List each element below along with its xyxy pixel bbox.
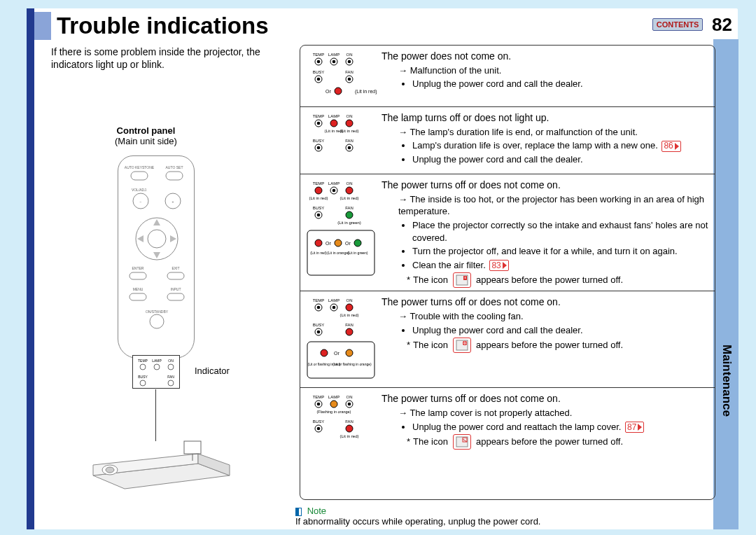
svg-point-87 bbox=[317, 214, 321, 217]
svg-text:(Lit in red): (Lit in red) bbox=[340, 196, 358, 200]
note-label: Note bbox=[307, 506, 326, 516]
svg-text:ON: ON bbox=[346, 395, 353, 399]
trouble-row: TEMP LAMP ON (Flashing in orange) BUSY F… bbox=[300, 387, 715, 466]
page-link-87[interactable]: 87 bbox=[625, 422, 644, 433]
svg-text:LAMP: LAMP bbox=[328, 181, 340, 186]
svg-marker-11 bbox=[153, 219, 160, 225]
svg-text:BUSY: BUSY bbox=[313, 419, 324, 424]
svg-text:FAN: FAN bbox=[345, 323, 354, 327]
svg-text:FAN: FAN bbox=[345, 206, 354, 210]
svg-point-28 bbox=[140, 364, 146, 370]
svg-point-58 bbox=[335, 88, 342, 95]
trouble-action: Clean the air filter. 83 bbox=[412, 259, 709, 272]
svg-text:Or: Or bbox=[326, 89, 331, 94]
svg-point-10 bbox=[148, 230, 166, 248]
svg-point-113 bbox=[317, 331, 321, 334]
svg-text:AUTO KEYSTONE: AUTO KEYSTONE bbox=[125, 165, 155, 169]
trouble-cause: Malfunction of the unit. bbox=[382, 64, 709, 77]
trouble-title: The power turns off or does not come on. bbox=[382, 179, 709, 192]
svg-rect-17 bbox=[130, 272, 146, 279]
svg-text:FAN: FAN bbox=[345, 139, 354, 143]
trouble-action: Unplug the power cord and call the deale… bbox=[412, 78, 709, 90]
icon-note: The icon appears before the power turned… bbox=[382, 272, 709, 288]
svg-text:(Lit in red): (Lit in red) bbox=[310, 251, 327, 255]
temp-warning-icon bbox=[453, 272, 471, 288]
contents-button[interactable]: CONTENTS bbox=[652, 18, 703, 31]
svg-point-107 bbox=[332, 306, 336, 310]
trouble-title: The power turns off or does not come on. bbox=[382, 392, 709, 405]
trouble-action: Turn the projector off, and leave it for… bbox=[412, 245, 709, 258]
svg-text:EXIT: EXIT bbox=[172, 266, 179, 270]
control-panel-label: Control panel (Main unit side) bbox=[115, 125, 177, 146]
icon-note: The icon appears before the power turned… bbox=[382, 434, 709, 450]
svg-rect-21 bbox=[130, 293, 146, 300]
projector-diagram bbox=[86, 437, 233, 493]
svg-text:(Flashing in orange): (Flashing in orange) bbox=[317, 410, 351, 414]
svg-text:ON: ON bbox=[168, 359, 174, 363]
svg-text:TEMP: TEMP bbox=[313, 53, 325, 57]
trouble-action: Unplug the power cord and reattach the l… bbox=[412, 421, 709, 433]
svg-point-130 bbox=[348, 403, 351, 406]
svg-text:TEMP: TEMP bbox=[313, 114, 325, 118]
title-bar: Trouble indications bbox=[34, 12, 269, 40]
svg-text:(Lit or flashing in orange): (Lit or flashing in orange) bbox=[332, 362, 372, 366]
svg-text:AUTO SET: AUTO SET bbox=[166, 165, 183, 169]
svg-text:TEMP: TEMP bbox=[138, 359, 148, 363]
svg-text:LAMP: LAMP bbox=[328, 395, 340, 399]
svg-point-91 bbox=[315, 239, 322, 246]
svg-point-135 bbox=[317, 427, 321, 431]
svg-rect-115 bbox=[307, 342, 374, 378]
svg-text:LAMP: LAMP bbox=[152, 359, 162, 363]
page-title: Trouble indications bbox=[57, 13, 269, 39]
svg-text:(Lit in red): (Lit in red) bbox=[340, 313, 358, 317]
left-stripe bbox=[27, 8, 34, 529]
trouble-cause: The lamp's duration life is end, or malf… bbox=[382, 126, 709, 139]
svg-text:(Lit in green): (Lit in green) bbox=[347, 251, 368, 255]
svg-text:ON/STANDBY: ON/STANDBY bbox=[146, 310, 169, 314]
svg-text:Or: Or bbox=[326, 241, 331, 246]
svg-point-118 bbox=[346, 349, 353, 356]
svg-point-95 bbox=[354, 239, 361, 246]
svg-marker-12 bbox=[153, 252, 160, 258]
trouble-title: The lamp turns off or does not light up. bbox=[382, 111, 709, 125]
trouble-title: The power does not come on. bbox=[382, 50, 709, 63]
trouble-description: The power does not come on. Malfunction … bbox=[379, 48, 709, 104]
trouble-description: The lamp turns off or does not light up.… bbox=[379, 110, 709, 171]
svg-point-74 bbox=[348, 146, 351, 150]
svg-point-93 bbox=[335, 239, 342, 246]
page-link-83[interactable]: 83 bbox=[489, 260, 508, 271]
svg-marker-13 bbox=[137, 235, 144, 242]
svg-text:BUSY: BUSY bbox=[313, 323, 324, 327]
svg-point-34 bbox=[168, 380, 174, 386]
trouble-row: TEMP LAMP ON BUSY FAN Or (Lit in red) Th… bbox=[300, 46, 715, 106]
svg-text:ON: ON bbox=[346, 298, 353, 303]
svg-point-64 bbox=[317, 122, 321, 125]
svg-rect-40 bbox=[184, 441, 201, 454]
trouble-action: Lamp's duration life is over, replace th… bbox=[412, 139, 709, 152]
svg-point-54 bbox=[317, 78, 321, 81]
svg-text:(Lit in red): (Lit in red) bbox=[309, 196, 328, 200]
svg-point-105 bbox=[317, 306, 321, 310]
svg-point-88 bbox=[346, 211, 353, 218]
svg-text:FAN: FAN bbox=[345, 70, 354, 74]
svg-text:FAN: FAN bbox=[167, 375, 174, 379]
svg-text:TEMP: TEMP bbox=[313, 181, 325, 186]
intro-text: If there is some problem inside the proj… bbox=[51, 46, 282, 71]
svg-text:MENU: MENU bbox=[133, 287, 144, 291]
fan-warning-icon bbox=[453, 338, 471, 353]
indicator-pattern: TEMP LAMP ON (Lit in red) (Lit in red) B… bbox=[303, 110, 379, 171]
svg-rect-22 bbox=[167, 293, 184, 300]
svg-text:BUSY: BUSY bbox=[313, 70, 324, 74]
svg-point-128 bbox=[330, 401, 337, 408]
trouble-action: Place the projector correctly so the int… bbox=[412, 219, 709, 244]
indicator-pattern: TEMP LAMP ON (Flashing in orange) BUSY F… bbox=[303, 391, 379, 463]
svg-text:LAMP: LAMP bbox=[328, 53, 340, 57]
svg-text:TEMP: TEMP bbox=[313, 298, 325, 303]
trouble-cause: The inside is too hot, or the projector … bbox=[382, 193, 709, 218]
svg-point-127 bbox=[317, 403, 321, 406]
svg-text:+: + bbox=[172, 200, 174, 204]
svg-rect-2 bbox=[131, 172, 148, 180]
note-block: Note If abnormality occurs while operati… bbox=[295, 506, 540, 527]
page-link-86[interactable]: 86 bbox=[662, 141, 680, 152]
indicator-label: Indicator bbox=[195, 366, 230, 376]
